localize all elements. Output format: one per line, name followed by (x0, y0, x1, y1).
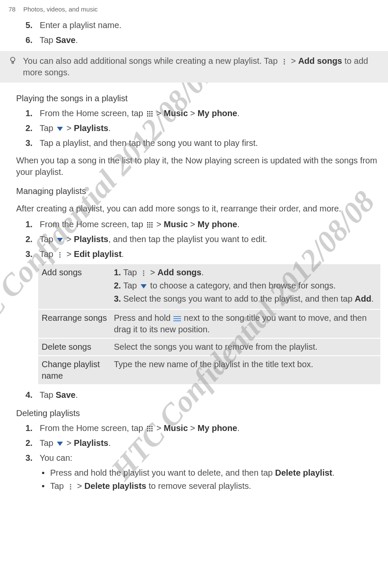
svg-rect-12 (149, 115, 150, 117)
svg-rect-16 (149, 222, 150, 223)
svg-point-26 (59, 254, 61, 255)
deleting-steps: 1. From the Home screen, tap > Music > M… (0, 422, 388, 464)
bold-text: Add songs (298, 56, 342, 66)
bold-text: Add (355, 294, 371, 303)
svg-rect-38 (147, 428, 148, 429)
svg-rect-33 (173, 318, 181, 319)
step-text: Tap (40, 123, 56, 133)
table-row: Change playlist name Type the new name o… (38, 356, 380, 385)
svg-point-47 (70, 488, 71, 489)
svg-point-27 (59, 256, 61, 257)
section-title: Managing playlists (0, 182, 388, 200)
svg-point-2 (283, 59, 285, 60)
step-number: 3. (25, 452, 37, 464)
step-text: . (122, 249, 124, 259)
bold-text: Delete playlists (85, 481, 147, 491)
deleting-bullets: Press and hold the playlist you want to … (0, 467, 388, 492)
bold-text: My phone (198, 423, 237, 433)
svg-point-28 (143, 270, 144, 271)
step-text: > (154, 423, 164, 433)
svg-rect-42 (149, 430, 150, 431)
steps-top: 5. Enter a playlist name. 6. Tap Save. (0, 20, 388, 46)
step-text: , and then tap the playlist you want to … (108, 234, 267, 244)
managing-steps: 1. From the Home screen, tap > Music > M… (0, 219, 388, 260)
step-text: Enter a playlist name. (40, 20, 122, 30)
dropdown-triangle-icon (139, 283, 148, 290)
step-text: > (188, 220, 198, 229)
svg-marker-24 (57, 238, 63, 242)
svg-rect-17 (151, 222, 153, 223)
step-text: . (76, 35, 78, 45)
tip-text: You can also add additional songs while … (23, 56, 280, 66)
row-content: Type the new name of the playlist in the… (110, 356, 380, 385)
bold-text: Playlists (74, 123, 108, 133)
step-item: 1. From the Home screen, tap > Music > M… (25, 219, 380, 230)
svg-rect-21 (147, 226, 148, 228)
step-item: 1. From the Home screen, tap > Music > M… (25, 422, 380, 434)
svg-rect-8 (147, 113, 148, 114)
row-content: Press and hold next to the song title yo… (110, 309, 380, 338)
step-item: 3. You can: (25, 452, 380, 464)
step-text: Tap (40, 234, 56, 244)
step-number: 2. (25, 437, 37, 449)
sub-text: to choose a category, and then browse fo… (148, 281, 336, 290)
step-item: 1. From the Home screen, tap > Music > M… (25, 108, 380, 119)
step-text: . (237, 220, 240, 229)
svg-rect-13 (151, 115, 153, 117)
row-label: Change playlist name (38, 356, 110, 385)
section-title: Deleting playlists (0, 404, 388, 422)
dropdown-triangle-icon (56, 236, 64, 244)
svg-rect-5 (147, 111, 148, 112)
row-label: Rearrange songs (38, 309, 110, 338)
step-text: . (237, 108, 240, 118)
step-text: . (108, 123, 111, 133)
svg-point-3 (283, 61, 285, 62)
page-number: 78 (8, 5, 16, 14)
svg-point-46 (70, 486, 71, 487)
sub-step: 2.Tap to choose a category, and then bro… (114, 280, 377, 291)
row-content: Select the songs you want to remove from… (110, 338, 380, 356)
svg-rect-43 (151, 430, 153, 431)
sub-step: 1.Tap > Add songs. (114, 267, 377, 278)
bold-text: Playlists (74, 234, 108, 244)
bullet-text: Press and hold the playlist you want to … (50, 468, 275, 477)
table-row: Delete songs Select the songs you want t… (38, 338, 380, 356)
svg-marker-31 (141, 284, 147, 288)
sub-num: 1. (114, 267, 123, 278)
svg-rect-34 (173, 320, 181, 321)
svg-rect-20 (151, 224, 153, 225)
bullet-text: Tap (50, 481, 66, 491)
step-item: 2. Tap > Playlists, and then tap the pla… (25, 234, 380, 245)
section-title: Playing the songs in a playlist (0, 89, 388, 108)
page-header: 78 Photos, videos, and music (0, 0, 388, 20)
bold-text: Music (164, 108, 188, 118)
step-text: > (64, 123, 74, 133)
svg-rect-22 (149, 226, 150, 228)
apps-grid-icon (146, 110, 154, 118)
svg-rect-19 (149, 224, 150, 225)
step-text: From the Home screen, tap (40, 108, 146, 118)
svg-rect-18 (147, 224, 148, 225)
step-text: . (237, 423, 240, 433)
step-text: You can: (40, 453, 72, 462)
overflow-menu-icon (66, 483, 75, 491)
step-text: > (188, 423, 198, 433)
row-label: Delete songs (38, 338, 110, 356)
svg-rect-9 (149, 113, 150, 114)
step-item: 3. Tap a playlist, and then tap the song… (25, 137, 380, 149)
bullet-item: Press and hold the playlist you want to … (50, 467, 380, 479)
step-text: From the Home screen, tap (40, 423, 146, 433)
overflow-menu-icon (56, 251, 64, 259)
lightbulb-icon (8, 56, 17, 65)
table-row: Add songs 1.Tap > Add songs. 2.Tap to ch… (38, 264, 380, 309)
dropdown-triangle-icon (56, 440, 64, 448)
step-number: 6. (25, 34, 37, 46)
bullet-text: to remove several playlists. (146, 481, 251, 491)
step-text: Tap (40, 438, 56, 448)
step-item: 2. Tap > Playlists. (25, 437, 380, 449)
bold-text: My phone (198, 108, 237, 118)
svg-rect-10 (151, 113, 153, 114)
drag-handle-icon (173, 315, 181, 323)
step-text: > (188, 108, 198, 118)
managing-step-4: 4. Tap Save. (0, 389, 388, 401)
